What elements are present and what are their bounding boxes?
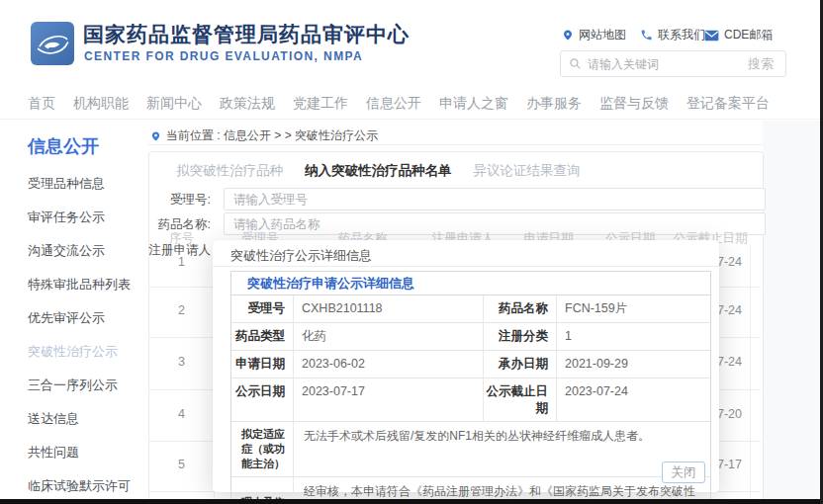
sidebar-item-common-issues[interactable]: 共性问题 [28, 444, 156, 462]
sidebar-item-special-approval[interactable]: 特殊审批品种列表 [28, 276, 156, 294]
field-value-drug-type: 化药 [294, 323, 484, 350]
modal-title-divider [213, 266, 719, 267]
breadcrumb-divider [148, 144, 762, 145]
sidebar-item-accepted-varieties[interactable]: 受理品种信息 [28, 175, 156, 193]
field-label-publicity-end-date: 公示截止日期 [484, 378, 557, 422]
sidebar-item-review-tasks[interactable]: 审评任务公示 [28, 209, 156, 226]
field-label-undertake-date: 承办日期 [484, 351, 557, 378]
field-label-indication: 拟定适应症（或功能主治） [231, 422, 294, 476]
search-input[interactable] [582, 57, 736, 71]
sidebar-item-three-in-one[interactable]: 三合一序列公示 [28, 377, 156, 394]
field-value-undertake-date: 2021-09-29 [557, 351, 710, 378]
table-row-number[interactable]: 3 [149, 355, 214, 369]
nav-item-policies[interactable]: 政策法规 [220, 95, 275, 113]
page-title: 国家药品监督管理局药品审评中心 [83, 21, 410, 48]
field-label-drug-name: 药品名称 [484, 295, 557, 322]
tab-included-breakthrough-list[interactable]: 纳入突破性治疗品种名单 [305, 162, 452, 180]
column-divider [750, 245, 751, 504]
sidebar-title: 信息公开 [28, 134, 156, 158]
breadcrumb: 当前位置 : 信息公开 > > 突破性治疗公示 [150, 127, 378, 144]
cde-mailbox-link[interactable]: CDE邮箱 [704, 27, 773, 43]
nav-item-registration-platform[interactable]: 登记备案平台 [686, 95, 770, 113]
sitemap-link[interactable]: 网站地图 [562, 27, 626, 43]
detail-row: 受理号 CXHB2101118 药品名称 FCN-159片 [231, 295, 710, 323]
search-button[interactable]: 搜索 [736, 55, 785, 73]
tab-objection-results[interactable]: 异议论证结果查询 [474, 162, 581, 180]
detail-section-title: 突破性治疗申请公示详细信息 [231, 272, 710, 295]
field-value-apply-date: 2023-06-02 [294, 351, 484, 378]
search-icon [569, 57, 582, 70]
table-row-number[interactable]: 4 [149, 407, 214, 421]
detail-row: 药品类型 化药 注册分类 1 [231, 323, 710, 351]
tab-proposed-breakthrough[interactable]: 拟突破性治疗品种 [176, 162, 283, 180]
field-value-drug-name: FCN-159片 [557, 295, 710, 322]
nmpa-cde-logo [31, 22, 74, 65]
sitemap-link-label: 网站地图 [579, 27, 626, 43]
page-subtitle: CENTER FOR DRUG EVALUATION, NMPA [84, 49, 363, 63]
location-pin-icon [562, 29, 574, 42]
nav-item-party[interactable]: 党建工作 [293, 95, 348, 113]
field-value-registration-class: 1 [557, 323, 710, 350]
header-divider [0, 119, 823, 120]
cde-mailbox-link-label: CDE邮箱 [724, 27, 773, 43]
table-row-number[interactable]: 5 [149, 458, 214, 471]
close-button[interactable]: 关闭 [662, 462, 705, 483]
field-label-apply-date: 申请日期 [231, 351, 294, 378]
nav-item-home[interactable]: 首页 [28, 95, 55, 113]
table-row-number[interactable]: 1 [149, 255, 214, 269]
right-gutter [763, 121, 820, 500]
acceptance-no-filter-input[interactable] [224, 188, 766, 210]
sidebar: 信息公开 受理品种信息 审评任务公示 沟通交流公示 特殊审批品种列表 优先审评公… [28, 134, 156, 504]
nav-item-functions[interactable]: 机构职能 [73, 95, 129, 113]
contact-us-link[interactable]: 联系我们 [640, 27, 705, 43]
table-row-number[interactable]: 2 [149, 303, 214, 317]
nav-item-services[interactable]: 办事服务 [526, 95, 582, 113]
list-tabs: 拟突破性治疗品种 纳入突破性治疗品种名单 异议论证结果查询 [176, 162, 581, 180]
main-nav: 首页 机构职能 新闻中心 政策法规 党建工作 信息公开 申请人之窗 办事服务 监… [28, 95, 770, 113]
window-bottom-edge [0, 499, 823, 504]
sidebar-item-breakthrough-therapy[interactable]: 突破性治疗公示 [28, 343, 156, 361]
nav-item-supervision[interactable]: 监督与反馈 [599, 95, 669, 113]
cde-breakthrough-therapy-page: 国家药品监督管理局药品审评中心 CENTER FOR DRUG EVALUATI… [0, 0, 823, 504]
col-header-no: 序号 [149, 230, 214, 247]
swan-logo-icon [33, 24, 72, 63]
mail-icon [704, 30, 719, 42]
sidebar-item-priority-review[interactable]: 优先审评公示 [28, 309, 156, 327]
detail-row: 公示日期 2023-07-17 公示截止日期 2023-07-24 [231, 378, 710, 423]
sidebar-item-communication[interactable]: 沟通交流公示 [28, 242, 156, 260]
field-value-publicity-end-date: 2023-07-24 [557, 378, 710, 422]
sidebar-item-clinical-trial-license[interactable]: 临床试验默示许可 [28, 477, 156, 495]
breakthrough-detail-modal: 突破性治疗公示详细信息 突破性治疗申请公示详细信息 受理号 CXHB210111… [213, 240, 719, 492]
breadcrumb-text: 当前位置 : 信息公开 > > 突破性治疗公示 [166, 127, 378, 144]
sidebar-item-delivery-info[interactable]: 送达信息 [28, 410, 156, 428]
acceptance-no-filter-label: 受理号: [141, 192, 211, 209]
field-value-publicity-date: 2023-07-17 [294, 378, 484, 422]
modal-title: 突破性治疗公示详细信息 [230, 247, 372, 265]
site-search-bar: 搜索 [560, 50, 786, 77]
field-label-registration-class: 注册分类 [484, 323, 557, 350]
field-label-drug-type: 药品类型 [231, 323, 294, 350]
phone-icon [640, 29, 653, 42]
nav-item-news[interactable]: 新闻中心 [146, 95, 202, 113]
location-pin-icon [150, 130, 161, 142]
contact-us-link-label: 联系我们 [658, 27, 705, 43]
nav-item-applicant-window[interactable]: 申请人之窗 [439, 95, 508, 113]
detail-table: 突破性治疗申请公示详细信息 受理号 CXHB2101118 药品名称 FCN-1… [230, 271, 711, 504]
detail-row: 申请日期 2023-06-02 承办日期 2021-09-29 [231, 351, 710, 378]
field-label-acceptance-no: 受理号 [231, 295, 294, 322]
field-value-indication: 无法手术或术后残留/复发的NF1相关的丛状神经纤维瘤成人患者。 [294, 422, 710, 476]
detail-row: 拟定适应症（或功能主治） 无法手术或术后残留/复发的NF1相关的丛状神经纤维瘤成… [231, 422, 710, 477]
field-value-acceptance-no: CXHB2101118 [294, 295, 484, 322]
nav-item-info-disclosure[interactable]: 信息公开 [366, 95, 421, 113]
field-label-publicity-date: 公示日期 [231, 378, 294, 422]
